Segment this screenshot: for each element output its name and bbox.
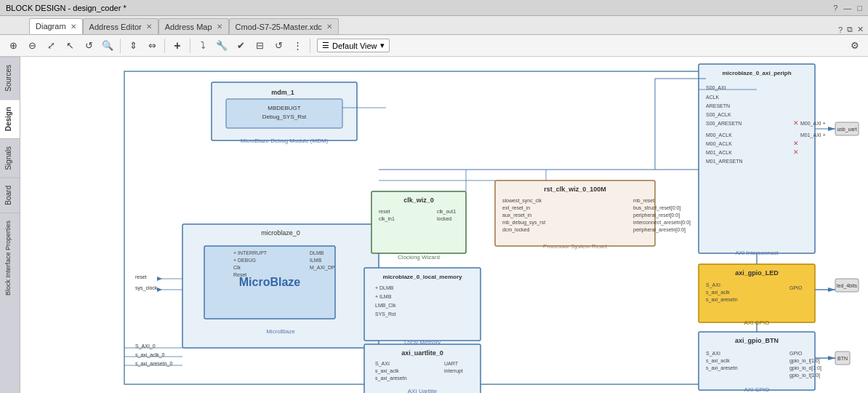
- search-button[interactable]: 🔍: [99, 37, 116, 55]
- svg-text:dcm_locked: dcm_locked: [502, 227, 529, 233]
- svg-text:gpio_io_t[1:0]: gpio_io_t[1:0]: [789, 373, 820, 378]
- tab-diagram-close[interactable]: ✕: [71, 23, 76, 31]
- sidebar-tab-sources[interactable]: Sources: [0, 57, 20, 99]
- svg-text:Debug_SYS_Rst: Debug_SYS_Rst: [262, 114, 307, 120]
- canvas[interactable]: mdm_1 MBDEBUGT Debug_SYS_Rst MicroBlaze …: [20, 57, 868, 393]
- close-panel-icon[interactable]: ✕: [857, 25, 864, 34]
- svg-text:✕: ✕: [793, 140, 799, 147]
- tab-xdc-close[interactable]: ✕: [326, 23, 332, 31]
- svg-text:+ INTERRUPT: + INTERRUPT: [233, 250, 268, 255]
- svg-text:M01_ACLK: M01_ACLK: [706, 150, 732, 156]
- svg-text:M00_ACLK: M00_ACLK: [706, 132, 732, 138]
- svg-text:clk_in1: clk_in1: [379, 216, 395, 222]
- svg-text:reset: reset: [379, 209, 390, 214]
- zoom-out-button[interactable]: ⊖: [23, 37, 41, 55]
- svg-marker-29: [157, 277, 162, 281]
- title-bar: BLOCK DESIGN - design_coder * ? — □: [0, 0, 868, 16]
- svg-text:S00_ACLK: S00_ACLK: [706, 112, 731, 118]
- svg-text:MicroBlaze Debug Module (MDM): MicroBlaze Debug Module (MDM): [241, 138, 329, 144]
- svg-text:microblaze_0_axi_periph: microblaze_0_axi_periph: [722, 70, 791, 76]
- view-select-icon: ☰: [322, 41, 329, 50]
- main-area: Sources Design Signals Board Block Inter…: [0, 57, 868, 393]
- svg-text:MicroBlaze: MicroBlaze: [239, 276, 301, 288]
- align-h-button[interactable]: ⇔: [143, 37, 161, 55]
- more-button[interactable]: ⋮: [289, 37, 306, 55]
- svg-text:s_axi_aclk: s_axi_aclk: [706, 290, 730, 295]
- sidebar-tab-design[interactable]: Design: [0, 99, 20, 138]
- tab-address-editor[interactable]: Address Editor ✕: [83, 18, 158, 34]
- svg-text:AXI GPIO: AXI GPIO: [744, 319, 769, 326]
- svg-text:ILMB: ILMB: [310, 258, 322, 263]
- svg-text:S_AXI: S_AXI: [706, 282, 720, 288]
- tab-diagram[interactable]: Diagram ✕: [29, 18, 83, 34]
- minimize-icon[interactable]: —: [843, 4, 851, 12]
- tab-xdc[interactable]: Cmod-S7-25-Master.xdc ✕: [229, 18, 339, 34]
- sep3: [190, 39, 190, 53]
- zoom-in-button[interactable]: ⊕: [4, 37, 22, 55]
- svg-text:+ DLMB: + DLMB: [375, 285, 394, 290]
- svg-text:✕: ✕: [793, 119, 799, 127]
- svg-text:ACLK: ACLK: [706, 95, 720, 100]
- svg-text:s_axi_aclk: s_axi_aclk: [706, 358, 730, 364]
- sidebar-tab-board[interactable]: Board: [0, 178, 20, 213]
- tab-address-map-close[interactable]: ✕: [217, 23, 222, 31]
- svg-text:+ DEBUG: + DEBUG: [233, 258, 256, 263]
- tab-xdc-label: Cmod-S7-25-Master.xdc: [236, 23, 322, 31]
- route-button[interactable]: ⤵: [194, 37, 212, 55]
- help-toolbar-icon[interactable]: ?: [838, 25, 843, 34]
- fit-view-button[interactable]: ⤢: [42, 37, 60, 55]
- svg-text:peripheral_reset[0:0]: peripheral_reset[0:0]: [633, 213, 680, 218]
- svg-text:AXI GPIO: AXI GPIO: [744, 386, 769, 393]
- svg-text:AXI Interconnect: AXI Interconnect: [735, 250, 779, 256]
- svg-text:led_4bits: led_4bits: [837, 283, 858, 289]
- sep2: [164, 39, 165, 53]
- svg-text:s_axi_aresetn: s_axi_aresetn: [375, 376, 407, 381]
- svg-text:M00_ACLK: M00_ACLK: [706, 141, 732, 147]
- sep4: [310, 39, 310, 53]
- svg-text:AXI Uartlite: AXI Uartlite: [408, 388, 438, 393]
- svg-text:mdm_1: mdm_1: [271, 89, 294, 96]
- sep1: [120, 39, 121, 53]
- svg-text:MicroBlaze: MicroBlaze: [266, 328, 295, 335]
- tab-address-map[interactable]: Address Map ✕: [158, 18, 229, 34]
- svg-text:Reset: Reset: [233, 272, 246, 277]
- tab-address-map-label: Address Map: [165, 23, 212, 31]
- svg-text:M00_AXI +: M00_AXI +: [800, 121, 826, 127]
- svg-text:LMB_Clk: LMB_Clk: [375, 303, 396, 309]
- add-block-button[interactable]: +: [169, 37, 186, 55]
- svg-text:axi_gpio_LED: axi_gpio_LED: [735, 269, 779, 277]
- tab-diagram-label: Diagram: [36, 22, 66, 31]
- toolbar-settings-button[interactable]: ⚙: [846, 37, 864, 55]
- svg-text:microblaze_0_local_memory: microblaze_0_local_memory: [383, 274, 462, 280]
- svg-text:+ ILMB: + ILMB: [375, 294, 392, 299]
- svg-text:BTN: BTN: [837, 356, 848, 361]
- svg-text:interrupt: interrupt: [444, 368, 463, 374]
- svg-marker-30: [157, 287, 162, 292]
- refresh-button[interactable]: ↺: [270, 37, 287, 55]
- maximize-icon[interactable]: □: [857, 4, 862, 12]
- align-v-button[interactable]: ⇕: [124, 37, 142, 55]
- svg-text:locked: locked: [437, 216, 451, 221]
- view-select-chevron: ▾: [380, 41, 385, 50]
- left-sidebar: Sources Design Signals Board Block Inter…: [0, 57, 20, 393]
- tab-bar: Diagram ✕ Address Editor ✕ Address Map ✕…: [0, 16, 868, 35]
- view-select[interactable]: ☰ Default View ▾: [317, 39, 390, 52]
- address-button[interactable]: ⊟: [251, 37, 268, 55]
- select-button[interactable]: ↖: [61, 37, 79, 55]
- wrench-button[interactable]: 🔧: [213, 37, 230, 55]
- undo-button[interactable]: ↺: [80, 37, 97, 55]
- svg-text:aux_reset_in: aux_reset_in: [502, 213, 531, 218]
- tab-address-editor-close[interactable]: ✕: [146, 23, 152, 31]
- sidebar-tab-signals[interactable]: Signals: [0, 138, 20, 178]
- sidebar-tab-block-interface[interactable]: Block Interface Properties: [0, 213, 20, 303]
- float-icon[interactable]: ⧉: [847, 25, 853, 34]
- svg-text:reset: reset: [135, 274, 147, 279]
- svg-text:s_axi_aresetn: s_axi_aresetn: [706, 297, 738, 303]
- validate-button[interactable]: ✔: [232, 37, 249, 55]
- help-icon[interactable]: ?: [833, 4, 837, 12]
- svg-text:rst_clk_wiz_0_100M: rst_clk_wiz_0_100M: [544, 186, 606, 193]
- svg-text:DLMB: DLMB: [310, 250, 324, 255]
- svg-text:slowest_sync_clk: slowest_sync_clk: [502, 198, 542, 204]
- svg-text:ext_reset_in: ext_reset_in: [502, 205, 530, 211]
- svg-text:gpio_io_i[1:0]: gpio_io_i[1:0]: [789, 358, 820, 364]
